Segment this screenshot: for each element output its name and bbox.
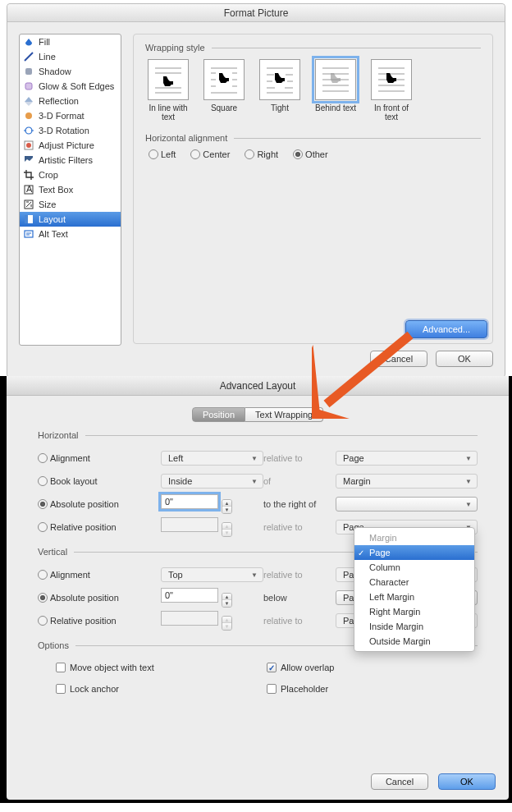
ok-button[interactable]: OK <box>438 773 496 790</box>
v-absolute-input[interactable] <box>161 588 218 603</box>
sidebar-item-crop[interactable]: Crop <box>20 167 121 182</box>
radio-label: Relative position <box>50 522 117 532</box>
radio-label: Absolute position <box>50 593 119 603</box>
stepper[interactable]: ▲▼ <box>222 499 232 514</box>
advanced-button[interactable]: Advanced... <box>405 320 487 338</box>
sidebar-item-label: Layout <box>39 214 66 224</box>
radio-label: Alignment <box>50 453 90 463</box>
h-alignment-combo[interactable]: Left▼ <box>161 451 263 466</box>
halign-left[interactable]: Left <box>149 149 176 159</box>
h-relative-radio[interactable]: Relative position <box>38 522 117 532</box>
halign-center[interactable]: Center <box>190 149 230 159</box>
svg-rect-11 <box>25 215 28 223</box>
dropdown-option[interactable]: Margin <box>354 530 474 545</box>
dropdown-option[interactable]: Outside Margin <box>354 634 474 649</box>
h-absolute-rightof-combo[interactable]: ▼ <box>336 497 478 512</box>
step-up-icon[interactable]: ▲ <box>222 500 231 507</box>
dialog-title: Format Picture <box>7 4 505 22</box>
chevron-icon: ▼ <box>251 571 258 579</box>
opt-placeholder[interactable]: Placeholder <box>267 678 478 700</box>
dropdown-option[interactable]: Right Margin <box>354 604 474 619</box>
step-down-icon: ▼ <box>222 623 231 630</box>
wrap-infront[interactable]: In front of text <box>368 59 414 122</box>
dropdown-option[interactable]: Character <box>354 575 474 590</box>
radio-label: Book layout <box>50 476 97 486</box>
sidebar-item-reflection[interactable]: Reflection <box>20 94 121 108</box>
ok-button[interactable]: OK <box>436 351 493 367</box>
textbox-icon: A <box>23 184 34 195</box>
opt-move-with-text[interactable]: Move object with text <box>56 657 267 678</box>
thumb-label: In front of text <box>368 103 414 122</box>
stepper: ▲▼ <box>222 616 232 631</box>
h-alignment-radio[interactable]: Alignment <box>38 453 90 463</box>
step-down-icon: ▼ <box>222 530 231 536</box>
opt-lock-anchor[interactable]: Lock anchor <box>56 678 267 700</box>
svg-rect-2 <box>25 83 32 89</box>
sidebar-item-label: Crop <box>39 170 58 180</box>
cancel-button[interactable]: Cancel <box>371 773 428 790</box>
wrap-inline[interactable]: In line with text <box>145 59 191 122</box>
chevron-icon: ▼ <box>465 501 472 508</box>
v-relative-input[interactable] <box>161 611 218 626</box>
sidebar-item-adjust-picture[interactable]: Adjust Picture <box>20 138 121 153</box>
sidebar-item-artistic-filters[interactable]: Artistic Filters <box>20 153 121 167</box>
sidebar-item-size[interactable]: Size <box>20 197 121 212</box>
radio-label: Alignment <box>50 570 90 580</box>
opt-allow-overlap[interactable]: Allow overlap <box>267 657 478 678</box>
h-absolute-radio[interactable]: Absolute position <box>38 499 119 509</box>
h-relative-input[interactable] <box>161 517 218 532</box>
radio-label: Other <box>305 149 328 159</box>
stepper: ▲▼ <box>222 522 232 537</box>
sidebar-item-label: Shadow <box>39 67 71 76</box>
sidebar-item-label: Size <box>39 200 56 209</box>
svg-rect-1 <box>25 68 32 75</box>
radio-label: Absolute position <box>50 499 119 509</box>
checkbox-label: Lock anchor <box>70 684 119 694</box>
sidebar-item-shadow[interactable]: Shadow <box>20 64 121 79</box>
v-alignment-combo[interactable]: Top▼ <box>161 567 263 582</box>
v-alignment-radio[interactable]: Alignment <box>38 570 90 580</box>
group-label: Vertical <box>38 547 67 557</box>
halign-group: Horizontal alignment <box>145 133 481 143</box>
sidebar-item-fill[interactable]: Fill <box>20 34 121 49</box>
step-down-icon[interactable]: ▼ <box>222 600 231 607</box>
sidebar-item-label: Glow & Soft Edges <box>39 81 114 91</box>
v-absolute-radio[interactable]: Absolute position <box>38 593 119 603</box>
sidebar-item-layout[interactable]: Layout <box>20 212 121 227</box>
sidebar-item-3d-format[interactable]: 3-D Format <box>20 108 121 123</box>
wrap-square[interactable]: Square <box>201 59 247 122</box>
relative-to-label: relative to <box>263 616 336 626</box>
chevron-icon: ▼ <box>465 478 472 485</box>
v-relative-radio[interactable]: Relative position <box>38 616 117 626</box>
h-absolute-input[interactable] <box>161 494 218 509</box>
step-down-icon[interactable]: ▼ <box>222 507 231 513</box>
h-booklayout-radio[interactable]: Book layout <box>38 476 97 486</box>
halign-right[interactable]: Right <box>245 149 278 159</box>
halign-other[interactable]: Other <box>293 149 328 159</box>
sidebar-item-3d-rotation[interactable]: 3-D Rotation <box>20 123 121 138</box>
cancel-button[interactable]: Cancel <box>370 351 427 367</box>
h-alignment-relto-combo[interactable]: Page▼ <box>336 451 478 466</box>
below-label: below <box>263 593 336 603</box>
tab-text-wrapping[interactable]: Text Wrapping <box>245 407 323 422</box>
h-booklayout-of-combo[interactable]: Margin▼ <box>336 474 478 489</box>
sidebar-item-text-box[interactable]: A Text Box <box>20 182 121 197</box>
sidebar-item-glow[interactable]: Glow & Soft Edges <box>20 79 121 94</box>
sidebar-item-alt-text[interactable]: Alt Text <box>20 227 121 241</box>
step-up-icon: ▲ <box>222 523 231 530</box>
dropdown-option[interactable]: Page <box>354 545 474 560</box>
tab-position[interactable]: Position <box>192 407 245 422</box>
dropdown-option[interactable]: Inside Margin <box>354 619 474 634</box>
layout-panel: Wrapping style In line with text Square … <box>133 34 493 344</box>
glow-icon <box>23 80 34 92</box>
wrap-tight[interactable]: Tight <box>257 59 303 122</box>
h-booklayout-combo[interactable]: Inside▼ <box>161 474 263 489</box>
radio-label: Left <box>161 149 176 159</box>
wrap-behind[interactable]: Behind text <box>313 59 359 122</box>
dropdown-option[interactable]: Column <box>354 560 474 575</box>
sidebar-item-line[interactable]: Line <box>20 49 121 64</box>
stepper[interactable]: ▲▼ <box>222 593 232 608</box>
checkbox-label: Placeholder <box>281 684 328 694</box>
step-up-icon[interactable]: ▲ <box>222 594 231 600</box>
dropdown-option[interactable]: Left Margin <box>354 590 474 604</box>
